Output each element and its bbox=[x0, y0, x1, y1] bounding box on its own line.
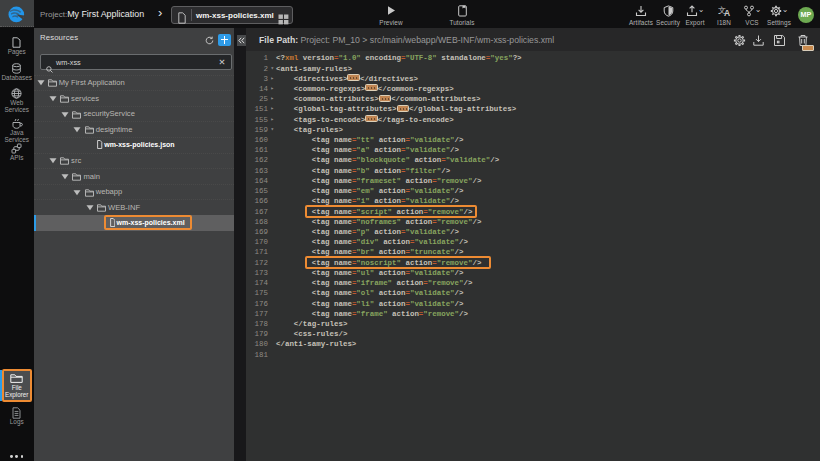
svg-text:A: A bbox=[724, 8, 730, 17]
